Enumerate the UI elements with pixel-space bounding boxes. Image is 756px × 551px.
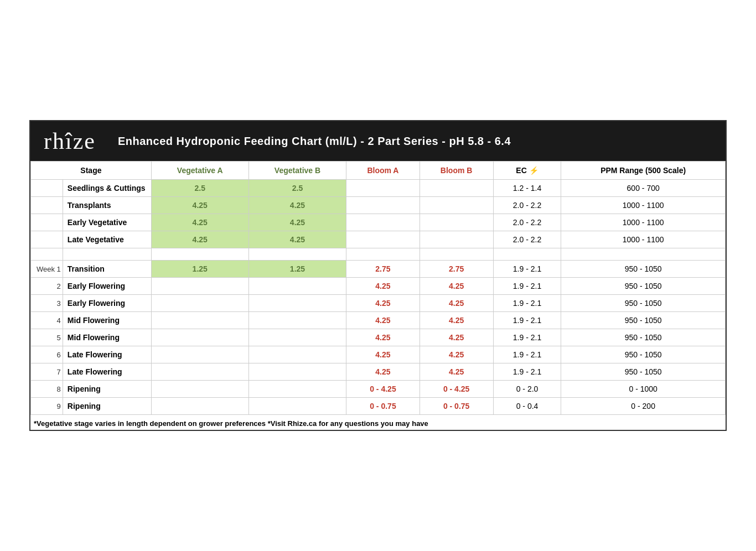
table-row: Seedlings & Cuttings2.52.51.2 - 1.4600 -… — [31, 180, 726, 197]
table-row: 7Late Flowering4.254.251.9 - 2.1950 - 10… — [31, 363, 726, 381]
veg-b-value — [248, 363, 346, 381]
veg-a-value — [151, 329, 248, 346]
veg-b-value — [248, 295, 346, 312]
col-veg-a: Vegetative A — [151, 162, 248, 180]
week-number: 7 — [31, 363, 63, 381]
bloom-b-value: 0 - 0.75 — [420, 398, 493, 415]
chart-title: Enhanced Hydroponic Feeding Chart (ml/L)… — [118, 135, 511, 148]
table-row: 3Early Flowering4.254.251.9 - 2.1950 - 1… — [31, 295, 726, 312]
ppm-value: 1000 - 1100 — [561, 214, 726, 231]
table-row: 8Ripening0 - 4.250 - 4.250 - 2.00 - 1000 — [31, 381, 726, 398]
week-number: Week 1 — [31, 261, 63, 278]
veg-a-value: 4.25 — [151, 214, 248, 231]
ppm-value: 0 - 1000 — [561, 381, 726, 398]
ec-value: 0 - 0.4 — [493, 398, 561, 415]
week-number: 8 — [31, 381, 63, 398]
veg-a-value — [151, 346, 248, 363]
ppm-value: 950 - 1050 — [561, 295, 726, 312]
ppm-value: 1000 - 1100 — [561, 197, 726, 214]
feeding-chart-table: Stage Vegetative A Vegetative B Bloom A … — [30, 161, 726, 415]
week-number: 2 — [31, 278, 63, 295]
table-header-row: Stage Vegetative A Vegetative B Bloom A … — [31, 162, 726, 180]
col-bloom-a: Bloom A — [346, 162, 420, 180]
col-ec: EC ⚡ — [493, 162, 561, 180]
ppm-value: 950 - 1050 — [561, 346, 726, 363]
table-row: 2Early Flowering4.254.251.9 - 2.1950 - 1… — [31, 278, 726, 295]
stage-name: Early Vegetative — [63, 214, 151, 231]
bloom-b-value: 4.25 — [420, 329, 493, 346]
table-row: Week 1Transition1.251.252.752.751.9 - 2.… — [31, 261, 726, 278]
ec-value: 0 - 2.0 — [493, 381, 561, 398]
veg-a-value: 4.25 — [151, 231, 248, 248]
bloom-b-value: 4.25 — [420, 295, 493, 312]
table-row: Early Vegetative4.254.252.0 - 2.21000 - … — [31, 214, 726, 231]
ppm-value: 950 - 1050 — [561, 312, 726, 329]
ppm-value: 950 - 1050 — [561, 363, 726, 381]
veg-b-value — [248, 329, 346, 346]
veg-b-value: 4.25 — [248, 214, 346, 231]
bloom-a-value: 4.25 — [346, 312, 420, 329]
bloom-a-value: 4.25 — [346, 278, 420, 295]
bloom-b-value — [420, 214, 493, 231]
ppm-value: 0 - 200 — [561, 398, 726, 415]
bloom-a-value: 4.25 — [346, 363, 420, 381]
table-row: 5Mid Flowering4.254.251.9 - 2.1950 - 105… — [31, 329, 726, 346]
veg-b-value: 4.25 — [248, 231, 346, 248]
logo: rhîze — [44, 128, 96, 154]
bloom-b-value: 4.25 — [420, 312, 493, 329]
veg-a-value — [151, 381, 248, 398]
stage-name: Transition — [63, 261, 151, 278]
bloom-a-value — [346, 197, 420, 214]
week-number: 9 — [31, 398, 63, 415]
veg-a-value — [151, 363, 248, 381]
stage-name: Late Flowering — [63, 363, 151, 381]
veg-b-value: 4.25 — [248, 197, 346, 214]
table-row: 9Ripening0 - 0.750 - 0.750 - 0.40 - 200 — [31, 398, 726, 415]
ec-value: 2.0 - 2.2 — [493, 197, 561, 214]
week-number: 6 — [31, 346, 63, 363]
ec-value: 1.9 - 2.1 — [493, 261, 561, 278]
veg-a-value — [151, 398, 248, 415]
ec-value: 1.9 - 2.1 — [493, 329, 561, 346]
ec-value: 1.9 - 2.1 — [493, 295, 561, 312]
bloom-b-value: 4.25 — [420, 363, 493, 381]
col-bloom-b: Bloom B — [420, 162, 493, 180]
veg-b-value: 1.25 — [248, 261, 346, 278]
table-row: 4Mid Flowering4.254.251.9 - 2.1950 - 105… — [31, 312, 726, 329]
stage-name: Transplants — [63, 197, 151, 214]
ppm-value: 1000 - 1100 — [561, 231, 726, 248]
ec-value: 1.9 - 2.1 — [493, 346, 561, 363]
ec-value: 2.0 - 2.2 — [493, 231, 561, 248]
ppm-value: 950 - 1050 — [561, 329, 726, 346]
table-row: Late Vegetative4.254.252.0 - 2.21000 - 1… — [31, 231, 726, 248]
ec-value: 1.9 - 2.1 — [493, 278, 561, 295]
bloom-b-value — [420, 197, 493, 214]
ec-value: 1.9 - 2.1 — [493, 363, 561, 381]
stage-name: Late Flowering — [63, 346, 151, 363]
veg-b-value — [248, 381, 346, 398]
stage-name: Mid Flowering — [63, 329, 151, 346]
footnote: *Vegetative stage varies in length depen… — [30, 415, 726, 430]
veg-a-value: 4.25 — [151, 197, 248, 214]
bloom-b-value — [420, 180, 493, 197]
stage-name: Seedlings & Cuttings — [63, 180, 151, 197]
veg-b-value — [248, 312, 346, 329]
veg-a-value: 2.5 — [151, 180, 248, 197]
veg-a-value — [151, 312, 248, 329]
veg-b-value — [248, 398, 346, 415]
bloom-b-value: 0 - 4.25 — [420, 381, 493, 398]
bloom-a-value: 4.25 — [346, 295, 420, 312]
ec-value: 1.2 - 1.4 — [493, 180, 561, 197]
stage-name: Late Vegetative — [63, 231, 151, 248]
stage-name: Early Flowering — [63, 295, 151, 312]
week-number: 5 — [31, 329, 63, 346]
stage-name: Mid Flowering — [63, 312, 151, 329]
chart-container: rhîze Enhanced Hydroponic Feeding Chart … — [29, 120, 727, 431]
veg-b-value — [248, 346, 346, 363]
col-ppm: PPM Range (500 Scale) — [561, 162, 726, 180]
bloom-b-value: 2.75 — [420, 261, 493, 278]
veg-a-value — [151, 278, 248, 295]
bloom-a-value: 4.25 — [346, 346, 420, 363]
bloom-a-value — [346, 214, 420, 231]
ppm-value: 600 - 700 — [561, 180, 726, 197]
